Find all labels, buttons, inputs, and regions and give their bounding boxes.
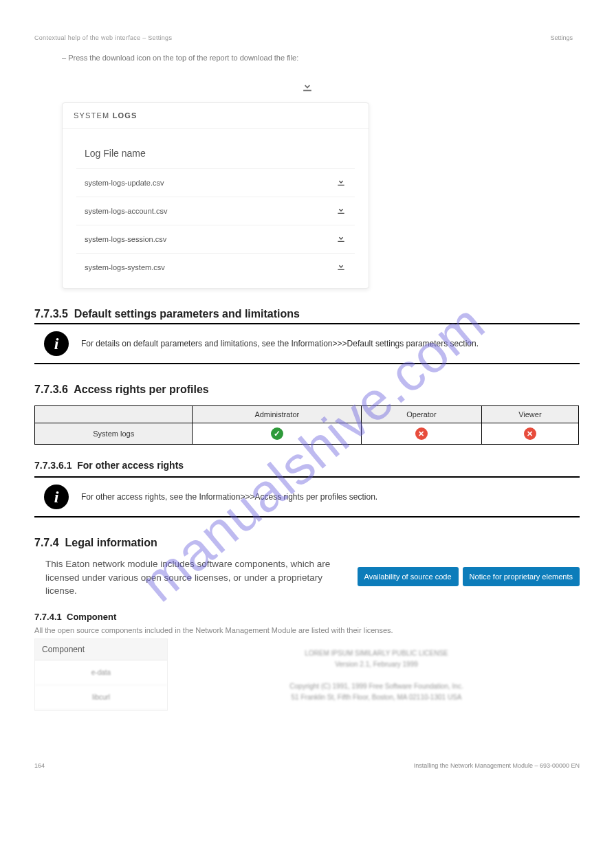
card-title: SYSTEM LOGS xyxy=(63,103,369,129)
system-logs-card: SYSTEM LOGS Log File name system-logs-up… xyxy=(62,102,369,289)
access-rights-table: Administrator Operator Viewer System log… xyxy=(34,405,579,445)
column-header-filename: Log File name xyxy=(76,141,355,168)
table-cell-admin: ✓ xyxy=(193,423,362,445)
notice-proprietary-button[interactable]: Notice for proprietary elements xyxy=(463,567,580,586)
table-cell-operator: ✕ xyxy=(362,423,482,445)
sub-heading-other-access: 7.7.3.6.1 For other access rights xyxy=(34,460,580,471)
license-text-preview: LOREM IPSUM SIMILARLY PUBLIC LICENSE Ver… xyxy=(173,638,580,713)
download-icon[interactable] xyxy=(336,176,347,190)
footer-doc-title: Installing the Network Management Module… xyxy=(414,762,580,769)
log-row: system-logs-account.csv xyxy=(76,197,355,225)
table-header-viewer: Viewer xyxy=(481,406,578,423)
table-header-empty xyxy=(35,406,193,423)
section-access-heading: 7.7.3.6 Access rights per profiles xyxy=(34,383,580,396)
legal-description: This Eaton network module includes softw… xyxy=(45,557,334,598)
page-number: 164 xyxy=(34,762,45,769)
info-icon: i xyxy=(44,485,69,509)
table-row-label: System logs xyxy=(35,423,193,445)
log-row: system-logs-system.csv xyxy=(76,253,355,281)
section-component-heading: 7.7.4.1 Component xyxy=(34,612,580,622)
log-row: system-logs-session.csv xyxy=(76,225,355,253)
download-all-icon[interactable] xyxy=(34,79,580,96)
callout-text: For details on default parameters and li… xyxy=(81,338,479,349)
component-item[interactable]: libcurl xyxy=(35,685,167,710)
download-instruction: – Press the download icon on the top of … xyxy=(62,54,580,62)
component-list-header: Component xyxy=(35,639,167,660)
table-header-admin: Administrator xyxy=(193,406,362,423)
download-icon[interactable] xyxy=(336,232,347,246)
section-legal-heading: 7.7.4 Legal information xyxy=(34,537,580,549)
log-filename: system-logs-update.csv xyxy=(85,179,164,187)
log-filename: system-logs-session.csv xyxy=(85,235,166,243)
x-icon: ✕ xyxy=(524,427,536,440)
table-cell-viewer: ✕ xyxy=(481,423,578,445)
callout-text: For other access rights, see the Informa… xyxy=(81,491,377,502)
log-row: system-logs-update.csv xyxy=(76,168,355,197)
download-icon[interactable] xyxy=(336,204,347,218)
log-filename: system-logs-account.csv xyxy=(85,207,167,215)
component-list: Component e-data libcurl xyxy=(34,638,168,711)
info-icon: i xyxy=(44,331,69,356)
info-callout-default: i For details on default parameters and … xyxy=(34,323,580,364)
breadcrumb-right: Settings xyxy=(550,34,573,41)
availability-source-button[interactable]: Availability of source code xyxy=(358,567,459,586)
log-filename: system-logs-system.csv xyxy=(85,263,165,271)
component-intro: All the open source components included … xyxy=(34,626,580,634)
info-callout-access: i For other access rights, see the Infor… xyxy=(34,476,580,518)
component-item[interactable]: e-data xyxy=(35,660,167,685)
download-icon[interactable] xyxy=(336,260,347,274)
table-header-operator: Operator xyxy=(362,406,482,423)
check-icon: ✓ xyxy=(271,427,283,440)
x-icon: ✕ xyxy=(415,427,428,440)
breadcrumb-left: Contextual help of the web interface – S… xyxy=(34,34,580,41)
section-default-heading: 7.7.3.5 Default settings parameters and … xyxy=(34,308,580,320)
